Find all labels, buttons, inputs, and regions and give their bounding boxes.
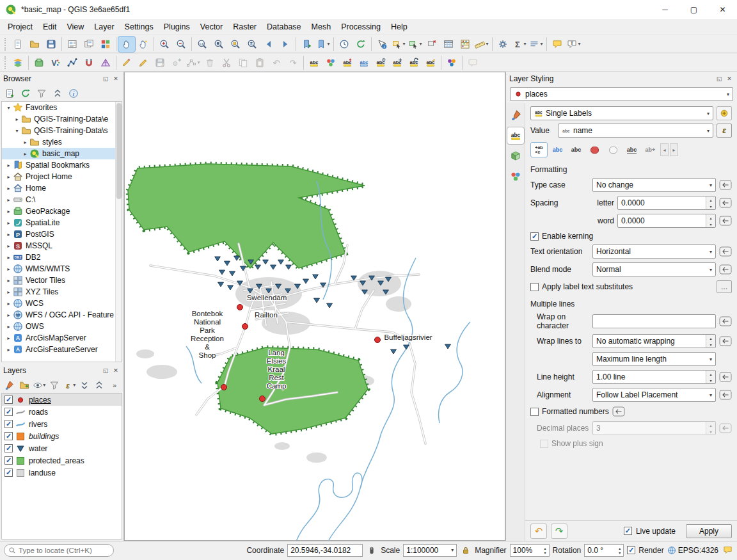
browser-item-mssql[interactable]: ▸SMSSQL [2, 240, 122, 252]
annotations-list-button[interactable]: ▾ [528, 36, 544, 52]
filter-legend-button[interactable] [47, 378, 62, 392]
browser-item-wms-wmts[interactable]: ▸WMS/WMTS [2, 263, 122, 275]
browser-item-qgis-training-data-s[interactable]: ▾QGIS-Training-Data\s [2, 125, 122, 136]
new-geopackage-layer-button[interactable] [31, 55, 47, 70]
highlight-pinned-labels-button[interactable]: abc [356, 55, 372, 70]
tab-background[interactable] [586, 142, 603, 157]
wrap-on-character-input[interactable] [592, 314, 716, 328]
browser-properties-button[interactable]: i [66, 86, 81, 100]
collapse-arrow-icon[interactable]: ▾ [13, 128, 21, 134]
zoom-native-button[interactable]: 1:1 [194, 36, 210, 52]
wrap-lines-spin[interactable]: No automatic wrapping ▴▾ [592, 334, 716, 348]
field-calculator-button[interactable] [457, 36, 473, 52]
layer-item-buildings[interactable]: buildings [2, 430, 122, 442]
expand-all-button[interactable] [77, 378, 92, 392]
filter-by-expression-button[interactable]: ε▾ [62, 378, 77, 392]
apply-button[interactable]: Apply [686, 524, 732, 538]
layer-item-protected-areas[interactable]: protected_areas [2, 454, 122, 467]
alignment-override-button[interactable] [719, 389, 732, 401]
menu-item-processing[interactable]: Processing [336, 20, 386, 33]
browser-item-xyz-tiles[interactable]: ▸XYZ Tiles [2, 286, 122, 298]
word-spacing-override-button[interactable] [719, 215, 732, 227]
style-manager-button[interactable] [97, 36, 114, 52]
layer-item-places[interactable]: places [2, 394, 122, 406]
open-project-button[interactable] [26, 36, 43, 52]
value-field-selector[interactable]: abc name ▾ [558, 124, 713, 138]
browser-item-arcgisfeatureserver[interactable]: ▸AArcGisFeatureServer [2, 344, 122, 355]
menu-item-mesh[interactable]: Mesh [306, 20, 337, 33]
close-button[interactable]: ✕ [708, 0, 737, 19]
expand-arrow-icon[interactable]: ▸ [4, 243, 13, 249]
select-by-value-button[interactable]: ▾ [407, 36, 424, 52]
browser-item-project-home[interactable]: ▸Project Home [2, 171, 122, 182]
letter-spacing-override-button[interactable] [719, 197, 732, 209]
layer-visibility-checkbox[interactable] [4, 396, 13, 404]
zoom-next-button[interactable] [277, 36, 294, 52]
tab-buffer[interactable]: abc [549, 142, 566, 157]
map-tips-button[interactable] [464, 55, 481, 70]
undo-button[interactable]: ↶ [268, 55, 285, 70]
crs-status[interactable]: EPSG:4326 [667, 546, 718, 555]
blend-mode-select[interactable]: Normal▾ [592, 262, 716, 276]
collapse-arrow-icon[interactable]: ▾ [4, 105, 13, 111]
overflow-button[interactable]: » [107, 378, 122, 392]
browser-item-styles[interactable]: ▸styles [2, 136, 122, 148]
browser-item-vector-tiles[interactable]: ▸Vector Tiles [2, 275, 122, 286]
expand-arrow-icon[interactable]: ▸ [21, 140, 29, 145]
new-annotation-button[interactable] [549, 36, 566, 52]
expand-arrow-icon[interactable]: ▸ [4, 266, 13, 272]
layer-item-water[interactable]: water [2, 442, 122, 454]
zoom-full-button[interactable] [210, 36, 227, 52]
show-bookmarks-button[interactable]: ▾ [315, 36, 331, 52]
menu-item-layer[interactable]: Layer [89, 20, 119, 33]
scrollbar-thumb[interactable] [116, 103, 122, 199]
decimal-places-spin[interactable]: 3 ▴▾ [592, 421, 716, 435]
open-layer-styling-button[interactable] [2, 378, 17, 392]
zoom-to-layer-button[interactable] [244, 36, 260, 52]
snapping-options-button[interactable] [81, 55, 97, 70]
locate-box[interactable] [4, 544, 114, 557]
open-attribute-table-button[interactable] [440, 36, 457, 52]
save-project-button[interactable] [43, 36, 59, 52]
render-checkbox[interactable] [627, 546, 635, 554]
expand-arrow-icon[interactable]: ▸ [13, 116, 21, 122]
browser-item-wfs-ogc-api-feature[interactable]: ▸WWFS / OGC API - Feature [2, 309, 122, 321]
new-print-layout-button[interactable] [64, 36, 81, 52]
layer-diagram-options-button[interactable] [322, 55, 339, 70]
wrap-character-override-button[interactable] [719, 316, 732, 327]
zoom-to-selection-button[interactable] [227, 36, 244, 52]
scale-select[interactable]: 1:100000▾ [403, 544, 457, 557]
line-height-override-button[interactable] [719, 371, 732, 383]
zoom-in-button[interactable] [156, 36, 173, 52]
minimize-button[interactable]: ─ [651, 0, 679, 19]
expand-arrow-icon[interactable]: ▸ [4, 312, 13, 318]
expand-arrow-icon[interactable]: ▸ [4, 220, 13, 226]
browser-item-wcs[interactable]: ▸WCS [2, 298, 122, 309]
layer-visibility-checkbox[interactable] [4, 432, 13, 440]
menu-item-raster[interactable]: Raster [228, 20, 262, 33]
show-hide-labels-button[interactable]: abc [372, 55, 389, 70]
settings-tabs-scroll-left-button[interactable]: ◂ [660, 143, 669, 156]
pin-unpin-labels-button[interactable]: abc [339, 55, 356, 70]
tab-formatting[interactable]: +ab<c [530, 142, 548, 157]
browser-item-spatial-bookmarks[interactable]: ▸Spatial Bookmarks [2, 159, 122, 171]
copy-features-button[interactable] [235, 55, 251, 70]
move-label-button[interactable]: abc [389, 55, 406, 70]
rotate-label-button[interactable]: abc [406, 55, 422, 70]
browser-item-db2[interactable]: ▸DB2DB2 [2, 252, 122, 263]
redo-style-button[interactable]: ↷ [551, 524, 567, 539]
expression-builder-button[interactable]: ε [717, 124, 732, 138]
undo-style-button[interactable]: ↶ [530, 524, 547, 539]
expand-arrow-icon[interactable]: ▸ [4, 301, 13, 307]
expand-arrow-icon[interactable]: ▸ [21, 151, 29, 157]
show-plus-sign-checkbox[interactable] [540, 440, 548, 448]
text-orientation-override-button[interactable] [719, 246, 732, 257]
zoom-out-button[interactable] [173, 36, 189, 52]
wrap-lines-override-button[interactable] [719, 335, 732, 347]
expand-arrow-icon[interactable]: ▸ [4, 163, 13, 168]
collapse-all-button[interactable] [92, 378, 107, 392]
toggle-extents-icon[interactable] [366, 545, 377, 556]
tab-symbology[interactable] [507, 107, 524, 124]
layer-item-roads[interactable]: roads [2, 406, 122, 418]
menu-item-plugins[interactable]: Plugins [159, 20, 195, 33]
